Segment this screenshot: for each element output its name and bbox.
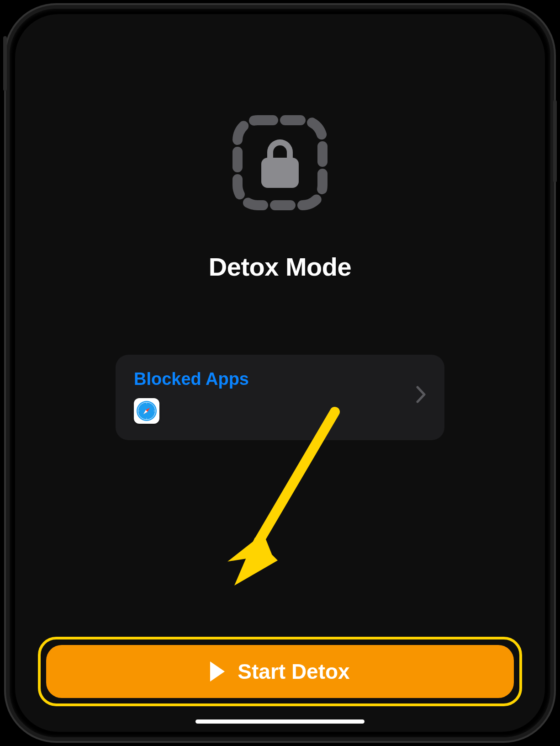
volume-button [3,36,7,91]
home-indicator[interactable] [195,719,365,724]
start-button-highlight: Start Detox [38,637,522,706]
svg-marker-11 [227,526,277,572]
start-detox-button[interactable]: Start Detox [46,645,514,698]
blocked-apps-label: Blocked Apps [134,369,249,389]
power-button [553,100,557,182]
blocked-apps-card[interactable]: Blocked Apps [116,355,444,440]
lock-badge-icon [232,115,328,211]
svg-rect-0 [238,120,322,205]
phone-frame: Detox Mode Blocked Apps [6,5,554,741]
safari-app-icon [134,398,159,424]
dashed-square-icon [232,115,328,211]
svg-marker-12 [234,538,278,586]
page-title: Detox Mode [209,252,351,282]
play-icon [210,661,225,682]
blocked-apps-icon-list [134,398,249,424]
screen: Detox Mode Blocked Apps [15,14,545,732]
chevron-right-icon [416,386,426,407]
start-detox-label: Start Detox [238,659,349,684]
